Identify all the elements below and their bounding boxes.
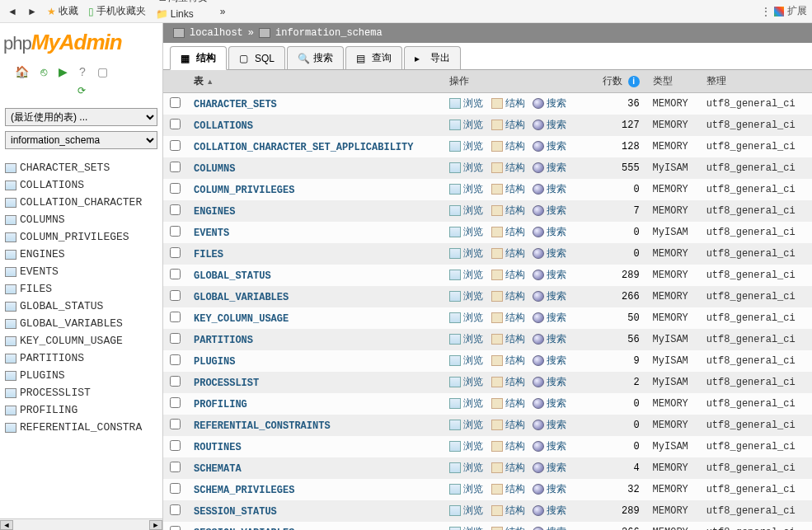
col-table[interactable]: 表 ▲ — [187, 70, 443, 93]
browse-action[interactable]: 浏览 — [449, 246, 483, 260]
tree-item[interactable]: CHARACTER_SETS — [3, 159, 159, 176]
structure-action[interactable]: 结构 — [491, 139, 525, 153]
row-checkbox[interactable] — [170, 140, 181, 151]
row-checkbox[interactable] — [170, 204, 181, 215]
table-name-link[interactable]: KEY_COLUMN_USAGE — [194, 313, 289, 325]
search-action[interactable]: 搜索 — [533, 96, 566, 110]
table-name-link[interactable]: PROCESSLIST — [194, 378, 259, 389]
h-scrollbar[interactable]: ◄ ► — [0, 518, 162, 530]
nav-forward-icon[interactable]: ► — [25, 4, 40, 19]
row-checkbox[interactable] — [170, 333, 181, 344]
row-checkbox[interactable] — [170, 119, 181, 129]
structure-action[interactable]: 结构 — [491, 225, 525, 239]
col-type[interactable]: 类型 — [646, 70, 700, 93]
search-action[interactable]: 搜索 — [533, 246, 566, 260]
structure-action[interactable]: 结构 — [491, 161, 525, 175]
tree-item[interactable]: COLLATIONS — [3, 176, 159, 194]
tab-查询[interactable]: ▤查询 — [345, 46, 402, 69]
tree-item[interactable]: PLUGINS — [3, 367, 159, 384]
structure-action[interactable]: 结构 — [491, 289, 525, 303]
tree-item[interactable]: GLOBAL_STATUS — [3, 298, 159, 315]
browse-action[interactable]: 浏览 — [449, 375, 483, 389]
browse-action[interactable]: 浏览 — [449, 482, 483, 496]
browse-action[interactable]: 浏览 — [449, 289, 483, 303]
browse-action[interactable]: 浏览 — [449, 96, 483, 110]
help-icon[interactable]: ? — [79, 65, 86, 78]
structure-action[interactable]: 结构 — [491, 311, 525, 325]
col-collation[interactable]: 整理 — [700, 70, 812, 93]
tree-item[interactable]: COLUMN_PRIVILEGES — [3, 228, 159, 246]
browse-action[interactable]: 浏览 — [449, 225, 483, 239]
structure-action[interactable]: 结构 — [491, 118, 525, 132]
structure-action[interactable]: 结构 — [491, 439, 525, 453]
browse-action[interactable]: 浏览 — [449, 396, 483, 410]
row-checkbox[interactable] — [170, 97, 181, 108]
table-name-link[interactable]: COLLATION_CHARACTER_SET_APPLICABILITY — [194, 142, 413, 153]
tab-结构[interactable]: ▦结构 — [170, 46, 227, 70]
search-action[interactable]: 搜索 — [533, 439, 566, 453]
refresh-icon[interactable]: ⟳ — [77, 85, 86, 96]
row-checkbox[interactable] — [170, 462, 181, 472]
logo[interactable]: phpMyAdmin — [0, 23, 162, 60]
mobile-fav-button[interactable]: ▯手机收藏夹 — [86, 2, 148, 20]
col-rows[interactable]: 行数 i — [591, 70, 645, 93]
row-checkbox[interactable] — [170, 526, 181, 530]
structure-action[interactable]: 结构 — [491, 268, 525, 282]
structure-action[interactable]: 结构 — [491, 204, 525, 218]
table-name-link[interactable]: PLUGINS — [194, 356, 235, 368]
search-action[interactable]: 搜索 — [533, 525, 566, 530]
tree-item[interactable]: COLLATION_CHARACTER — [3, 194, 159, 211]
structure-action[interactable]: 结构 — [491, 461, 525, 475]
row-checkbox[interactable] — [170, 354, 181, 365]
search-action[interactable]: 搜索 — [533, 396, 566, 410]
search-action[interactable]: 搜索 — [533, 225, 566, 239]
row-checkbox[interactable] — [170, 397, 181, 408]
table-name-link[interactable]: COLUMNS — [194, 163, 235, 175]
tab-搜索[interactable]: 🔍搜索 — [287, 46, 344, 69]
search-action[interactable]: 搜索 — [533, 268, 566, 282]
browse-action[interactable]: 浏览 — [449, 311, 483, 325]
browse-action[interactable]: 浏览 — [449, 504, 483, 518]
recent-tables-select[interactable]: (最近使用的表) ... — [5, 108, 157, 126]
row-checkbox[interactable] — [170, 483, 181, 494]
tree-item[interactable]: PROCESSLIST — [3, 384, 159, 401]
row-checkbox[interactable] — [170, 162, 181, 172]
docs-icon[interactable]: ▢ — [97, 65, 108, 78]
scroll-right-icon[interactable]: ► — [149, 520, 162, 530]
search-action[interactable]: 搜索 — [533, 504, 566, 518]
extensions-button[interactable]: ⋮扩展 — [761, 4, 807, 18]
table-name-link[interactable]: GLOBAL_VARIABLES — [194, 292, 289, 303]
tab-SQL[interactable]: ▢SQL — [228, 46, 285, 69]
structure-action[interactable]: 结构 — [491, 525, 525, 530]
row-checkbox[interactable] — [170, 504, 181, 515]
table-name-link[interactable]: ROUTINES — [194, 442, 242, 453]
table-name-link[interactable]: SCHEMA_PRIVILEGES — [194, 485, 294, 496]
bookmark-item[interactable]: 📁Links — [153, 7, 213, 21]
search-action[interactable]: 搜索 — [533, 139, 566, 153]
structure-action[interactable]: 结构 — [491, 418, 525, 432]
table-name-link[interactable]: SCHEMATA — [194, 463, 242, 475]
table-name-link[interactable]: SESSION_STATUS — [194, 506, 277, 518]
table-name-link[interactable]: PARTITIONS — [194, 335, 253, 346]
search-action[interactable]: 搜索 — [533, 204, 566, 218]
browse-action[interactable]: 浏览 — [449, 204, 483, 218]
table-name-link[interactable]: PROFILING — [194, 399, 247, 410]
search-action[interactable]: 搜索 — [533, 482, 566, 496]
row-checkbox[interactable] — [170, 419, 181, 429]
browse-action[interactable]: 浏览 — [449, 182, 483, 196]
favorites-button[interactable]: ★收藏 — [45, 2, 81, 20]
search-action[interactable]: 搜索 — [533, 311, 566, 325]
tab-导出[interactable]: ▸导出 — [404, 46, 461, 69]
structure-action[interactable]: 结构 — [491, 332, 525, 346]
exit-icon[interactable]: ⎋ — [40, 65, 47, 78]
search-action[interactable]: 搜索 — [533, 161, 566, 175]
search-action[interactable]: 搜索 — [533, 461, 566, 475]
row-checkbox[interactable] — [170, 247, 181, 258]
table-name-link[interactable]: EVENTS — [194, 227, 229, 239]
browse-action[interactable]: 浏览 — [449, 461, 483, 475]
search-action[interactable]: 搜索 — [533, 332, 566, 346]
table-name-link[interactable]: ENGINES — [194, 206, 235, 218]
browse-action[interactable]: 浏览 — [449, 332, 483, 346]
tree-item[interactable]: ENGINES — [3, 246, 159, 263]
row-checkbox[interactable] — [170, 376, 181, 387]
